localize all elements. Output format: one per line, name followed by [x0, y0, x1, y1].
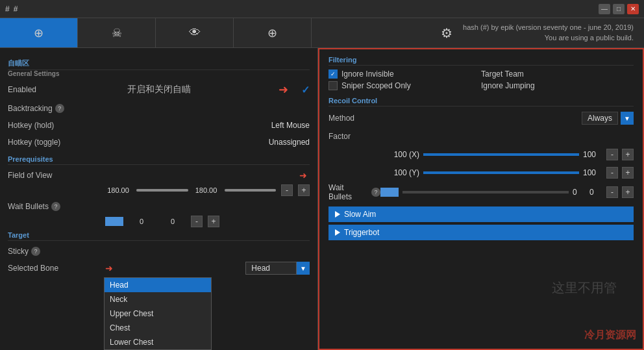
- recoil-factor-y-row: 100 (Y) 100 - +: [328, 165, 634, 181]
- sticky-row: Sticky ?: [8, 244, 310, 259]
- wait-bullets-plus-btn[interactable]: +: [208, 216, 219, 227]
- enabled-label: Enabled: [8, 85, 105, 94]
- recoil-slider-x[interactable]: [423, 153, 579, 156]
- triggerbot-button[interactable]: Triggerbot: [328, 225, 634, 240]
- sticky-help-icon[interactable]: ?: [31, 247, 40, 256]
- target-header: Target: [8, 231, 310, 241]
- fov-slider1[interactable]: [136, 189, 188, 192]
- selected-bone-dropdown-arrow[interactable]: ▼: [297, 262, 310, 275]
- fov-label: Field of View: [8, 171, 105, 180]
- bone-option-head[interactable]: Head: [105, 278, 211, 292]
- right-wait-bullets-row: Wait Bullets ? 0 0 - +: [328, 183, 634, 201]
- recoil-method-dropdown-arrow[interactable]: ▼: [621, 112, 634, 125]
- wait-bullets-row: Wait Bullets ?: [8, 199, 310, 214]
- bone-option-lower-chest[interactable]: Lower Chest: [105, 335, 211, 349]
- tab-players[interactable]: ☠: [78, 18, 156, 47]
- factor-x-plus-btn[interactable]: +: [622, 149, 634, 160]
- ignore-invisible-checkbox[interactable]: ✓: [328, 69, 338, 79]
- right-wait-bullets-help[interactable]: ?: [371, 188, 380, 197]
- factor-y-plus-btn[interactable]: +: [622, 167, 634, 179]
- selected-bone-dropdown[interactable]: Head ▼: [245, 262, 310, 275]
- fov-minus-btn[interactable]: -: [281, 184, 293, 196]
- selected-bone-value: Head ▼: [117, 262, 310, 275]
- factor-y-minus-btn[interactable]: -: [606, 167, 618, 179]
- slow-aim-label: Slow Aim: [344, 210, 376, 219]
- ignore-invisible-label: Ignore Invisible: [341, 69, 394, 79]
- wait-bullets-minus-btn[interactable]: -: [191, 216, 203, 227]
- recoil-factor-y-label: 100 (Y): [380, 168, 419, 177]
- title-text: #: [14, 5, 18, 14]
- title-bar: # # — □ ✕: [0, 0, 644, 18]
- wait-bullets-label: Wait Bullets ?: [8, 202, 105, 211]
- filter-row-2: Sniper Scoped Only Ignore Jumping: [328, 81, 634, 90]
- backtracking-row: Backtracking ?: [8, 101, 310, 116]
- general-settings-header: General Settings: [8, 70, 310, 79]
- bone-option-upper-chest[interactable]: Upper Chest: [105, 306, 211, 321]
- recoil-method-value: Always ▼: [380, 112, 634, 125]
- selected-bone-arrow-icon: ➜: [105, 263, 113, 273]
- hash-line1: hash (#) by epik (version seventy one - …: [463, 23, 634, 32]
- fov-row: Field of View ➜: [8, 168, 310, 183]
- slow-aim-button[interactable]: Slow Aim: [328, 206, 634, 222]
- factor-x-minus-btn[interactable]: -: [606, 149, 618, 160]
- recoil-factor-y-value: 100: [583, 168, 602, 177]
- recoil-factor-x-row: 100 (X) 100 - +: [328, 147, 634, 162]
- hotkey-toggle-value: Unassigned: [105, 138, 310, 147]
- enabled-arrow-icon: ➜: [279, 82, 288, 97]
- hotkey-toggle-row: Hotkey (toggle) Unassigned: [8, 134, 310, 150]
- recoil-method-text: Always: [582, 112, 618, 125]
- tab-visuals[interactable]: 👁: [156, 18, 234, 47]
- filtering-header: Filtering: [328, 56, 634, 66]
- recoil-factor-label-row: Factor: [328, 129, 634, 144]
- right-wait-bullets-track[interactable]: [402, 191, 569, 194]
- enabled-checkbox[interactable]: ✓: [301, 84, 310, 96]
- tab-players-icon: ☠: [112, 26, 122, 40]
- wait-bullets-indicator: [105, 217, 123, 226]
- settings-icon[interactable]: ⚙: [441, 25, 452, 41]
- recoil-method-label: Method: [328, 114, 380, 123]
- tab-misc[interactable]: ⊕: [234, 18, 312, 47]
- aim-section-title: 自瞄区: [8, 58, 310, 70]
- backtracking-help-icon[interactable]: ?: [55, 104, 64, 113]
- right-wait-bullets-indicator: [380, 188, 399, 197]
- sniper-scoped-col: Sniper Scoped Only: [328, 81, 481, 90]
- tab-visuals-icon: 👁: [189, 26, 201, 40]
- wait-bullets-help-icon[interactable]: ?: [51, 202, 60, 211]
- fov-plus-btn[interactable]: +: [298, 184, 310, 196]
- right-panel: Filtering ✓ Ignore Invisible Target Team…: [318, 48, 644, 350]
- hotkey-hold-row: Hotkey (hold) Left Mouse: [8, 118, 310, 133]
- close-button[interactable]: ✕: [627, 4, 639, 14]
- hotkey-hold-label: Hotkey (hold): [8, 121, 105, 130]
- ignore-jumping-col: Ignore Jumping: [481, 81, 634, 90]
- right-wait-bullets-val1: 0: [573, 188, 586, 197]
- hotkey-toggle-text: Unassigned: [258, 138, 310, 147]
- ignore-jumping-label: Ignore Jumping: [481, 81, 535, 90]
- wait-bullets-slider-row: 0 0 - +: [8, 216, 310, 227]
- right-wait-bullets-plus-btn[interactable]: +: [622, 186, 634, 198]
- recoil-factor-y-controls: 100 (Y) 100 - +: [380, 167, 634, 179]
- recoil-header: Recoil Control: [328, 97, 634, 106]
- sniper-scoped-checkbox[interactable]: [328, 81, 338, 90]
- maximize-button[interactable]: □: [613, 4, 625, 14]
- enabled-row: Enabled 开启和关闭自瞄 ➜ ✓: [8, 81, 310, 98]
- fov-arrow-icon: ➜: [299, 170, 307, 181]
- filter-row-1: ✓ Ignore Invisible Target Team: [328, 69, 634, 79]
- recoil-slider-y[interactable]: [423, 171, 579, 174]
- recoil-method-row: Method Always ▼: [328, 110, 634, 126]
- tab-misc-icon: ⊕: [267, 26, 277, 40]
- triggerbot-label: Triggerbot: [344, 228, 379, 237]
- selected-bone-text: Head: [245, 262, 297, 275]
- ignore-invisible-col: ✓ Ignore Invisible: [328, 69, 481, 79]
- fov-value: ➜: [105, 170, 310, 181]
- bone-option-chest[interactable]: Chest: [105, 321, 211, 335]
- minimize-button[interactable]: —: [599, 4, 610, 14]
- fov-slider2[interactable]: [225, 189, 277, 192]
- bone-option-neck[interactable]: Neck: [105, 292, 211, 306]
- main-layout: 自瞄区 General Settings Enabled 开启和关闭自瞄 ➜ ✓…: [0, 48, 644, 350]
- title-icon: #: [5, 5, 10, 14]
- tab-aim[interactable]: ⊕: [0, 18, 78, 47]
- tab-aim-icon: ⊕: [34, 26, 43, 40]
- right-wait-bullets-controls: 0 0 - +: [380, 186, 634, 198]
- right-wait-bullets-minus-btn[interactable]: -: [606, 186, 618, 198]
- triggerbot-triangle-icon: [335, 229, 340, 236]
